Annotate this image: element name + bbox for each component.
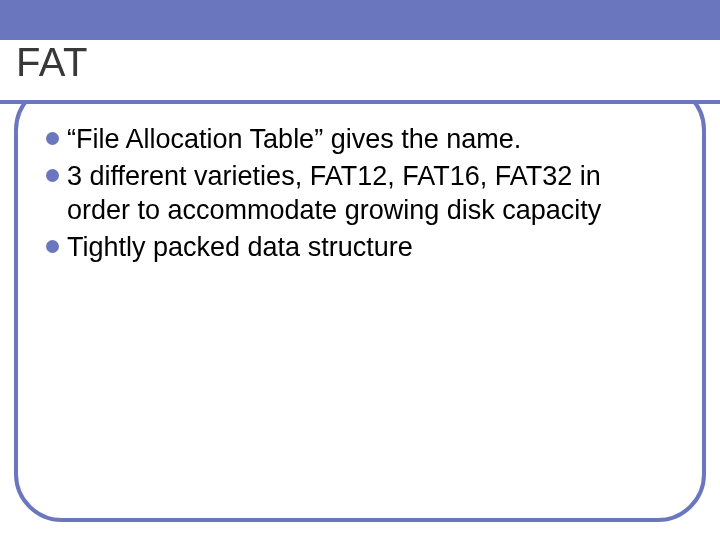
bullet-icon [46,132,59,145]
bullet-icon [46,169,59,182]
title-underline [0,100,720,104]
bullet-text: Tightly packed data structure [67,230,413,265]
list-item: “File Allocation Table” gives the name. [46,122,666,157]
list-item: Tightly packed data structure [46,230,666,265]
bullet-text: “File Allocation Table” gives the name. [67,122,521,157]
bullet-text: 3 different varieties, FAT12, FAT16, FAT… [67,159,666,228]
top-banner [0,0,720,40]
bullet-icon [46,240,59,253]
list-item: 3 different varieties, FAT12, FAT16, FAT… [46,159,666,228]
bullet-list: “File Allocation Table” gives the name. … [46,122,666,266]
